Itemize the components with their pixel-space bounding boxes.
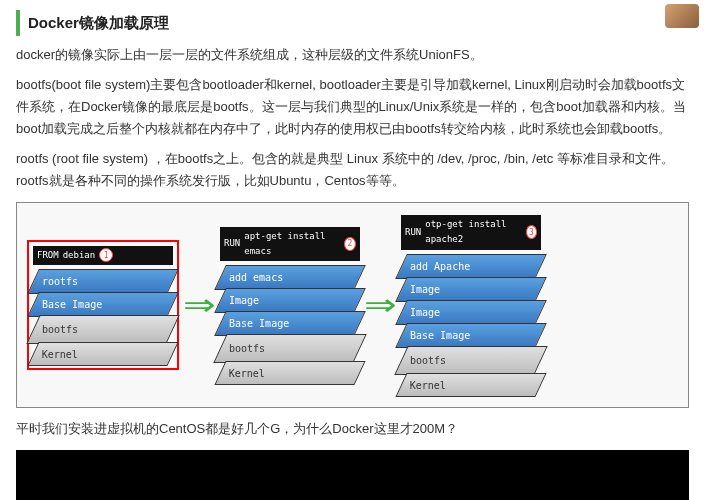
layer-label: add emacs — [221, 266, 291, 289]
layer-label: add Apache — [402, 255, 478, 278]
layer-label: Kernel — [221, 362, 273, 385]
layer-label: Image — [402, 301, 448, 324]
terminal-output: [root@kuangshen home]# docker images cen… — [16, 450, 689, 500]
layer-label: bootfs — [34, 318, 86, 341]
avatar — [665, 4, 699, 28]
section-title: Docker镜像加载原理 — [16, 10, 689, 36]
layer-label: Kernel — [402, 374, 454, 397]
paragraph-bootfs: bootfs(boot file system)主要包含bootloader和k… — [16, 74, 689, 140]
layer-label: Base Image — [34, 293, 110, 316]
cmd-bar-2: RUN apt-get install emacs 2 — [220, 227, 360, 262]
arrow-icon: ⇒ — [364, 290, 397, 320]
diagram-stack-2: RUN apt-get install emacs 2 add emacs Im… — [220, 227, 360, 384]
arrow-icon: ⇒ — [183, 290, 216, 320]
step-number-icon: 3 — [526, 225, 537, 239]
cmd-bar-3: RUN otp-get install apache2 3 — [401, 215, 541, 250]
layer-label: Base Image — [221, 312, 297, 335]
step-number-icon: 1 — [99, 248, 113, 262]
step-number-icon: 2 — [344, 237, 356, 251]
layers-diagram: FROM debian 1 rootfs Base Image bootfs K… — [16, 202, 689, 408]
paragraph-rootfs: rootfs (root file system) ，在bootfs之上。包含的… — [16, 148, 689, 192]
layer-label: rootfs — [34, 270, 86, 293]
cmd-bar-1: FROM debian 1 — [33, 246, 173, 265]
cmd-keyword: FROM — [37, 248, 59, 263]
paragraph-question: 平时我们安装进虚拟机的CentOS都是好几个G，为什么Docker这里才200M… — [16, 418, 689, 440]
layer-label: bootfs — [221, 337, 273, 360]
layer-label: Base Image — [402, 324, 478, 347]
cmd-keyword: RUN — [405, 225, 421, 240]
cmd-args: otp-get install apache2 — [425, 217, 521, 248]
cmd-args: debian — [63, 248, 96, 263]
diagram-stack-1: FROM debian 1 rootfs Base Image bootfs K… — [27, 240, 179, 370]
cmd-keyword: RUN — [224, 236, 240, 251]
diagram-stack-3: RUN otp-get install apache2 3 add Apache… — [401, 215, 541, 395]
paragraph-intro: docker的镜像实际上由一层一层的文件系统组成，这种层级的文件系统UnionF… — [16, 44, 689, 66]
layer-label: Image — [402, 278, 448, 301]
layer-label: Image — [221, 289, 267, 312]
cmd-args: apt-get install emacs — [244, 229, 340, 260]
layer-label: bootfs — [402, 349, 454, 372]
layer-label: Kernel — [34, 343, 86, 366]
